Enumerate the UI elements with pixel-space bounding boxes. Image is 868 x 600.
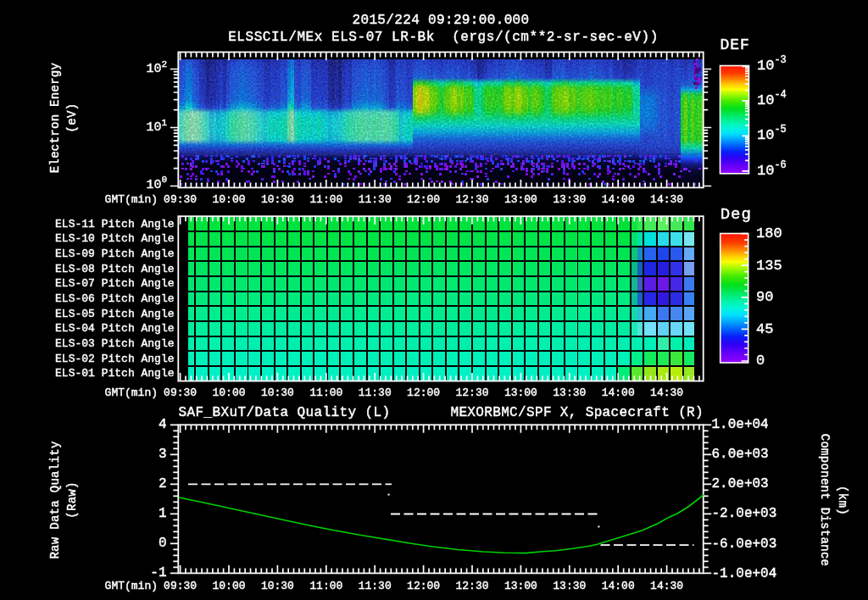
svg-text:09:30: 09:30 (164, 193, 197, 206)
svg-text:Deg: Deg (721, 205, 752, 224)
svg-text:(eV): (eV) (65, 103, 79, 133)
svg-text:DEF: DEF (721, 36, 750, 53)
svg-text:0: 0 (756, 353, 765, 369)
svg-text:11:30: 11:30 (359, 580, 392, 592)
svg-text:2: 2 (159, 476, 167, 492)
svg-text:-6.0e+03: -6.0e+03 (712, 536, 777, 552)
svg-text:11:00: 11:00 (309, 193, 342, 206)
svg-text:180: 180 (756, 225, 782, 242)
svg-text:GMT(min): GMT(min) (105, 193, 158, 206)
svg-text:(Raw): (Raw) (65, 481, 79, 519)
svg-text:135: 135 (756, 258, 782, 274)
svg-text:13:00: 13:00 (504, 386, 537, 399)
svg-text:12:30: 12:30 (455, 580, 488, 592)
svg-text:GMT(min): GMT(min) (105, 386, 158, 399)
svg-text:ELS-05 Pitch Angle: ELS-05 Pitch Angle (55, 308, 174, 320)
svg-text:12:00: 12:00 (407, 193, 440, 206)
svg-text:1.0e+04: 1.0e+04 (712, 417, 769, 432)
svg-text:10:30: 10:30 (261, 580, 294, 592)
svg-text:MEXORBMC/SPF X, Spacecraft (R): MEXORBMC/SPF X, Spacecraft (R) (450, 405, 704, 420)
svg-text:-1: -1 (150, 565, 166, 581)
svg-text:1: 1 (159, 506, 167, 521)
svg-text:10:30: 10:30 (261, 386, 294, 399)
svg-text:Raw Data Quality: Raw Data Quality (48, 441, 62, 558)
svg-text:ELS-08 Pitch Angle: ELS-08 Pitch Angle (55, 263, 174, 275)
svg-text:11:00: 11:00 (309, 580, 342, 592)
svg-text:ELS-06 Pitch Angle: ELS-06 Pitch Angle (55, 292, 174, 305)
svg-text:11:30: 11:30 (359, 386, 392, 399)
svg-text:13:30: 13:30 (553, 386, 586, 399)
svg-text:10:30: 10:30 (261, 193, 294, 206)
svg-text:10:00: 10:00 (212, 580, 245, 592)
svg-text:12:30: 12:30 (455, 193, 488, 206)
svg-text:14:00: 14:00 (602, 386, 635, 399)
svg-text:14:00: 14:00 (602, 193, 635, 206)
svg-text:6.0e+03: 6.0e+03 (712, 447, 769, 462)
svg-text:14:00: 14:00 (602, 580, 635, 592)
svg-text:GMT(min): GMT(min) (105, 580, 158, 592)
svg-text:45: 45 (756, 321, 773, 337)
svg-text:-1.0e+04: -1.0e+04 (712, 566, 777, 581)
svg-text:13:30: 13:30 (553, 193, 586, 206)
svg-text:ELS-10 Pitch Angle: ELS-10 Pitch Angle (55, 232, 174, 245)
svg-text:ELS-11 Pitch Angle: ELS-11 Pitch Angle (55, 218, 174, 231)
svg-text:ELS-09 Pitch Angle: ELS-09 Pitch Angle (55, 247, 174, 260)
svg-text:ELS-04 Pitch Angle: ELS-04 Pitch Angle (55, 322, 174, 335)
svg-text:3: 3 (159, 447, 167, 462)
svg-text:4: 4 (159, 417, 167, 432)
svg-text:90: 90 (756, 289, 773, 305)
svg-text:12:00: 12:00 (407, 580, 440, 592)
svg-text:09:30: 09:30 (164, 580, 197, 592)
svg-text:11:30: 11:30 (359, 193, 392, 206)
svg-text:Component Distance: Component Distance (818, 434, 832, 567)
svg-text:0: 0 (159, 536, 167, 551)
svg-text:SAF_BXuT/Data Quality (L): SAF_BXuT/Data Quality (L) (179, 405, 391, 420)
svg-text:09:30: 09:30 (164, 386, 197, 399)
svg-text:12:30: 12:30 (455, 386, 488, 399)
svg-text:2015/224 09:29:00.000: 2015/224 09:29:00.000 (353, 13, 530, 28)
svg-text:ELS-07 Pitch Angle: ELS-07 Pitch Angle (55, 277, 174, 290)
svg-text:14:30: 14:30 (650, 386, 683, 399)
svg-text:12:00: 12:00 (407, 386, 440, 399)
svg-text:13:00: 13:00 (504, 193, 537, 206)
svg-text:Electron Energy: Electron Energy (48, 63, 62, 174)
svg-text:ELS-02 Pitch Angle: ELS-02 Pitch Angle (55, 353, 174, 365)
svg-text:13:00: 13:00 (504, 580, 537, 592)
svg-text:14:30: 14:30 (650, 580, 683, 592)
svg-text:14:30: 14:30 (650, 193, 683, 206)
svg-text:11:00: 11:00 (309, 386, 342, 399)
svg-text:(km): (km) (836, 486, 849, 515)
svg-text:10:00: 10:00 (212, 193, 245, 206)
svg-text:ELS-01 Pitch Angle: ELS-01 Pitch Angle (55, 367, 174, 380)
svg-text:10:00: 10:00 (212, 386, 245, 399)
svg-text:2.0e+03: 2.0e+03 (712, 476, 769, 492)
svg-text:ELSSCIL/MEx ELS-07 LR-Bk (erg: ELSSCIL/MEx ELS-07 LR-Bk (ergs/(cm**2-sr… (228, 30, 659, 45)
svg-text:13:30: 13:30 (553, 580, 586, 592)
svg-text:-2.0e+03: -2.0e+03 (712, 506, 777, 521)
svg-text:ELS-03 Pitch Angle: ELS-03 Pitch Angle (55, 337, 174, 350)
